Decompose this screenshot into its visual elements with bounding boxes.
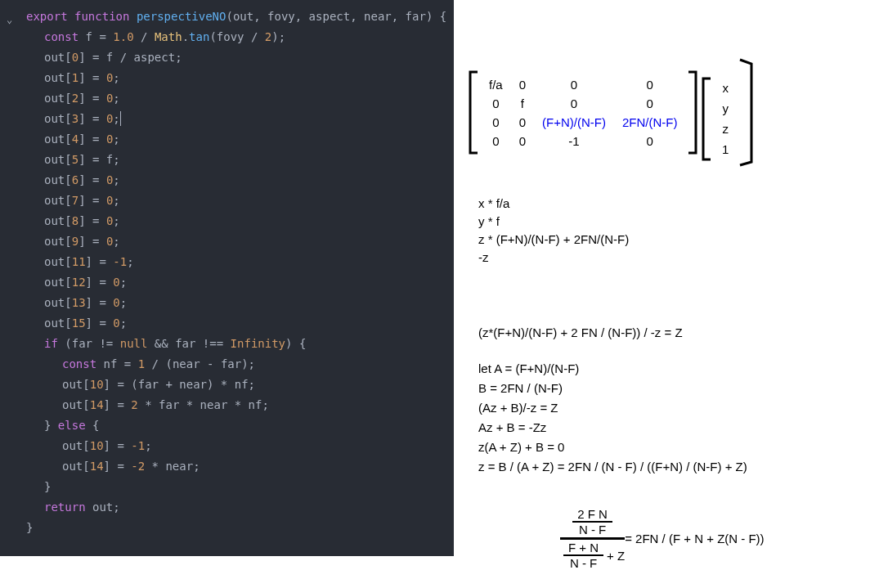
code-line: out[11] = -1;: [0, 252, 454, 272]
code-line: out[2] = 0;: [0, 88, 454, 109]
code-line: out[6] = 0;: [0, 170, 454, 191]
code-line: out[12] = 0;: [0, 272, 454, 293]
code-line: out[9] = 0;: [0, 231, 454, 252]
code-line: return out;: [0, 497, 454, 518]
code-line: out[10] = (far + near) * nf;: [0, 375, 454, 395]
bracket-left-icon: [699, 76, 714, 162]
code-line: const f = 1.0 / Math.tan(fovy / 2);: [0, 27, 454, 47]
code-line: out[14] = 2 * far * near * nf;: [0, 395, 454, 415]
code-line: out[10] = -1;: [0, 436, 454, 456]
code-line: const nf = 1 / (near - far);: [0, 354, 454, 375]
fold-icon[interactable]: ⌄: [7, 10, 12, 30]
text-cursor: [120, 111, 121, 126]
code-line: out[7] = 0;: [0, 191, 454, 211]
code-line: out[0] = f / aspect;: [0, 47, 454, 68]
fraction-expression: 2 F N N - F F + N N - F + Z = 2FN / (F +…: [560, 507, 765, 570]
multiplication-result: x * f/a y * f z * (F+N)/(N-F) + 2FN/(N-F…: [478, 195, 629, 267]
code-line: } else {: [0, 415, 454, 436]
vector-expression: x y z 1: [699, 70, 758, 168]
code-line: out[13] = 0;: [0, 293, 454, 313]
derivation-steps: (z*(F+N)/(N-F) + 2 FN / (N-F)) / -z = Z …: [478, 323, 747, 477]
code-line: out[4] = 0;: [0, 129, 454, 150]
math-notes: f/a000 0f00 00(F+N)/(N-F)2FN/(N-F) 00-10…: [454, 0, 879, 588]
code-line: }: [0, 518, 454, 538]
code-line: out[3] = 0;: [0, 109, 454, 129]
matrix: f/a000 0f00 00(F+N)/(N-F)2FN/(N-F) 00-10: [481, 75, 685, 150]
code-line: out[15] = 0;: [0, 313, 454, 334]
code-line: if (far != null && far !== Infinity) {: [0, 334, 454, 354]
bracket-left-icon: [466, 70, 481, 155]
code-editor[interactable]: ⌄ export function perspectiveNO(out, fov…: [0, 0, 454, 556]
code-line: out[14] = -2 * near;: [0, 456, 454, 477]
code-line: }: [0, 477, 454, 497]
code-line: out[1] = 0;: [0, 68, 454, 88]
vector: x y z 1: [714, 77, 737, 160]
bracket-right-icon: [685, 70, 700, 155]
code-line: out[5] = f;: [0, 150, 454, 170]
bracket-right-icon: [737, 57, 758, 168]
code-line: export function perspectiveNO(out, fovy,…: [0, 7, 454, 27]
matrix-expression: f/a000 0f00 00(F+N)/(N-F)2FN/(N-F) 00-10: [466, 70, 700, 155]
code-line: out[8] = 0;: [0, 211, 454, 231]
